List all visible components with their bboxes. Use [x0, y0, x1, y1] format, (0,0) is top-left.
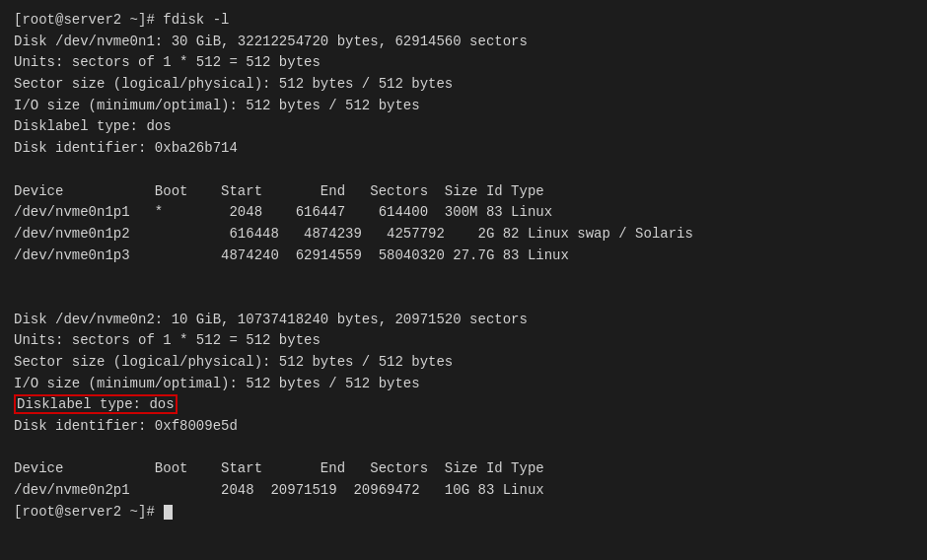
blank-line-1: [14, 160, 913, 181]
terminal-line-5: I/O size (minimum/optimal): 512 bytes / …: [14, 96, 913, 117]
terminal-io-size2: I/O size (minimum/optimal): 512 bytes / …: [14, 374, 913, 395]
terminal-units2: Units: sectors of 1 * 512 = 512 bytes: [14, 330, 913, 352]
highlight-disklabel: Disklabel type: dos: [14, 394, 178, 414]
blank-line-4: [14, 438, 913, 459]
terminal-line-7: Disk identifier: 0xba26b714: [14, 138, 913, 160]
terminal-cursor: [164, 505, 173, 520]
terminal-part-3: /dev/nvme0n1p3 4874240 62914559 58040320…: [14, 245, 913, 267]
terminal-disklabel2: Disklabel type: dos: [14, 394, 913, 416]
terminal-line-1: [root@server2 ~]# fdisk -l: [14, 10, 913, 32]
terminal-prompt2[interactable]: [root@server2 ~]#: [14, 502, 913, 524]
terminal-sector-size2: Sector size (logical/physical): 512 byte…: [14, 352, 913, 374]
terminal-header-1: Device Boot Start End Sectors Size Id Ty…: [14, 181, 913, 203]
terminal-part-1: /dev/nvme0n1p1 * 2048 616447 614400 300M…: [14, 202, 913, 224]
terminal-header-2: Device Boot Start End Sectors Size Id Ty…: [14, 458, 913, 480]
terminal-part-4: /dev/nvme0n2p1 2048 20971519 20969472 10…: [14, 480, 913, 502]
terminal-window: [root@server2 ~]# fdisk -l Disk /dev/nvm…: [0, 0, 927, 560]
prompt2-text: [root@server2 ~]#: [14, 504, 163, 520]
terminal-line-4: Sector size (logical/physical): 512 byte…: [14, 74, 913, 96]
terminal-line-2: Disk /dev/nvme0n1: 30 GiB, 32212254720 b…: [14, 32, 913, 53]
blank-line-3: [14, 288, 913, 310]
terminal-line-3: Units: sectors of 1 * 512 = 512 bytes: [14, 52, 913, 74]
terminal-part-2: /dev/nvme0n1p2 616448 4874239 4257792 2G…: [14, 224, 913, 245]
blank-line-2: [14, 266, 913, 288]
terminal-line-6: Disklabel type: dos: [14, 116, 913, 138]
terminal-diskid2: Disk identifier: 0xf8009e5d: [14, 416, 913, 438]
terminal-disk2-info: Disk /dev/nvme0n2: 10 GiB, 10737418240 b…: [14, 310, 913, 331]
